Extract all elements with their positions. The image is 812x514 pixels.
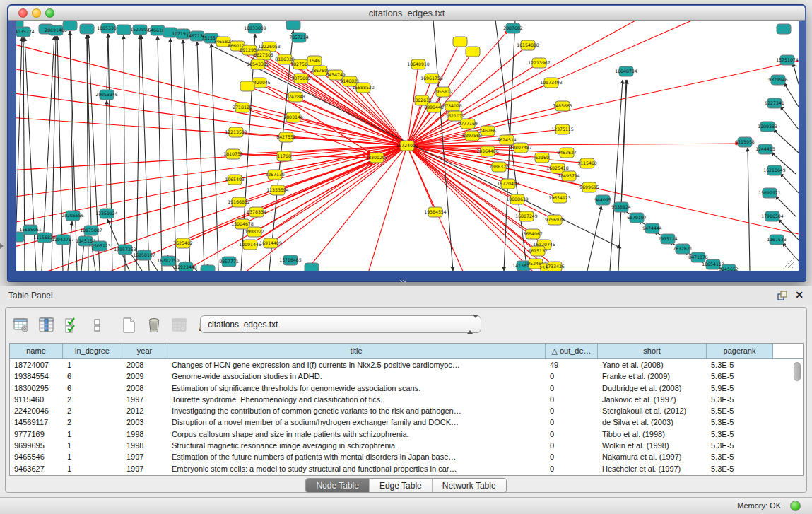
graph-node[interactable]: 1244415 [755, 144, 775, 154]
graph-node[interactable] [240, 81, 254, 91]
graph-node[interactable]: 9699695 [579, 182, 599, 192]
graph-node[interactable]: 9115460 [577, 158, 597, 168]
graph-node[interactable]: 7485663 [553, 101, 572, 111]
graph-node[interactable] [453, 37, 467, 47]
graph-node[interactable]: 9242848 [286, 92, 305, 102]
column-header-year[interactable]: year [122, 344, 167, 358]
graph-node[interactable]: 8427552 [276, 132, 296, 142]
column-header-title[interactable]: title [167, 344, 546, 358]
close-panel-icon[interactable]: ✕ [795, 289, 804, 300]
graph-node[interactable]: 1998222 [245, 227, 264, 237]
table-row[interactable]: 1830029562008Estimation of significance … [10, 382, 803, 394]
graph-node[interactable]: 5624514 [497, 135, 517, 145]
table-row[interactable]: 2242004622012Investigating the contribut… [10, 405, 803, 416]
table-row[interactable]: 946554611997Estimation of the future num… [10, 451, 803, 462]
graph-node[interactable]: 9857771 [219, 257, 239, 267]
graph-node[interactable]: 6897568 [462, 131, 482, 141]
graph-node[interactable]: 9827508 [254, 50, 273, 60]
graph-node[interactable]: 1527802 [130, 25, 150, 35]
graph-node[interactable]: 2718126 [233, 103, 252, 112]
graph-node[interactable]: 9245652 [719, 264, 739, 271]
graph-node[interactable]: 1615132 [528, 246, 548, 256]
graph-node[interactable]: 12923448 [175, 262, 197, 271]
show-column-icon[interactable] [38, 317, 55, 334]
graph-node[interactable]: 9474444 [642, 223, 662, 233]
graph-node[interactable]: 15751074 [776, 55, 799, 65]
network-canvas[interactable]: 1403572420691406106533871527802646616010… [16, 21, 799, 271]
float-panel-icon[interactable] [777, 290, 788, 301]
graph-node[interactable]: 7632621 [673, 244, 693, 254]
column-header-short[interactable]: short [598, 344, 707, 358]
graph-node[interactable]: 14035724 [16, 27, 35, 37]
graph-node[interactable]: 10653387 [97, 23, 119, 33]
graph-node[interactable]: 6879197 [627, 213, 647, 223]
table-row[interactable]: 1872400712008Changes of HCN gene express… [10, 359, 803, 370]
graph-node[interactable]: 16033809 [244, 23, 266, 33]
graph-node[interactable]: 1167533 [767, 235, 787, 245]
new-table-icon[interactable] [120, 317, 137, 334]
graph-node[interactable]: 944095 [594, 195, 611, 205]
graph-node[interactable] [63, 21, 77, 30]
window-titlebar[interactable]: citations_edges.txt [8, 6, 805, 21]
graph-node[interactable]: 9777169 [458, 119, 478, 129]
graph-node[interactable] [777, 24, 791, 34]
table-select-dropdown[interactable]: citations_edges.txt [200, 315, 481, 333]
table-row[interactable]: 911546021997Tourette syndrome. Phenomeno… [10, 394, 803, 405]
graph-node[interactable]: 12505123 [88, 241, 111, 251]
graph-node[interactable]: 19384554 [424, 207, 447, 217]
tab-network-table[interactable]: Network Table [433, 479, 506, 492]
graph-node[interactable]: 7625402 [173, 238, 193, 248]
graph-node[interactable]: 1965493 [225, 175, 245, 185]
table-settings-icon[interactable] [13, 317, 30, 334]
table-row[interactable]: 1456911722003Disruption of a novel membe… [10, 416, 803, 428]
row-height-icon[interactable] [89, 317, 106, 334]
graph-node[interactable]: 15688520 [352, 83, 375, 93]
graph-node[interactable]: 17916504 [761, 211, 784, 221]
graph-node[interactable]: 15716485 [279, 255, 302, 265]
column-header-name[interactable]: name [10, 344, 63, 358]
graph-node[interactable]: 10688639 [506, 194, 529, 204]
graph-node[interactable]: 7857214 [289, 33, 309, 42]
graph-node[interactable]: 10543382 [247, 59, 269, 69]
graph-node[interactable]: 8471876 [688, 252, 708, 262]
graph-node[interactable]: 1733426 [545, 262, 565, 271]
graph-node[interactable]: 11700 [277, 151, 291, 161]
column-header-pagerank[interactable]: pagerank [707, 344, 773, 358]
graph-node[interactable]: 15720407 [497, 179, 519, 189]
graph-node[interactable]: 3684067 [523, 229, 543, 239]
graph-node[interactable] [305, 263, 319, 271]
graph-node[interactable]: 12213509 [225, 127, 247, 137]
graph-node[interactable]: 12213967 [528, 58, 551, 68]
graph-node[interactable]: 19166852 [228, 197, 250, 207]
graph-node[interactable]: 2803144 [283, 112, 303, 122]
graph-node[interactable] [16, 232, 24, 242]
select-rows-icon[interactable] [64, 317, 81, 334]
graph-node[interactable]: 9756928 [545, 215, 565, 225]
table-row[interactable]: 1938455462009Genome-wide association stu… [10, 370, 803, 382]
graph-node[interactable]: 8990448 [424, 103, 444, 112]
graph-node[interactable]: 16807249 [515, 211, 538, 221]
panel-collapse-arrow-icon[interactable] [0, 243, 4, 249]
column-header-out_de…[interactable]: △ out_de… [546, 344, 598, 358]
table-row[interactable]: 946362711997Embryonic stem cells: a mode… [10, 463, 803, 474]
table-scrollbar[interactable] [794, 362, 801, 474]
tab-node-table[interactable]: Node Table [306, 479, 370, 492]
graph-node[interactable]: 10975887 [80, 226, 102, 235]
graph-node[interactable]: 9329946 [768, 75, 788, 85]
graph-node[interactable]: 12375115 [551, 124, 574, 134]
graph-node[interactable]: 7886372 [489, 162, 509, 172]
graph-node[interactable]: 18300295 [365, 153, 388, 163]
graph-node[interactable]: 16210649 [763, 165, 786, 175]
graph-node[interactable]: 20053346 [95, 90, 118, 100]
graph-node[interactable]: 12359924 [95, 209, 118, 218]
graph-node[interactable]: 1209383 [758, 122, 777, 132]
graph-node[interactable]: 8215958 [735, 137, 755, 147]
graph-node[interactable]: 9338924 [611, 202, 631, 212]
graph-node[interactable]: 62160 [535, 153, 549, 163]
graph-node[interactable]: 20364486 [476, 146, 499, 156]
graph-node[interactable]: 15692971 [758, 188, 781, 198]
graph-node[interactable]: 8378334 [247, 207, 266, 217]
graph-node[interactable] [117, 25, 131, 35]
delete-table-icon[interactable] [146, 317, 163, 334]
graph-node[interactable] [466, 47, 480, 57]
